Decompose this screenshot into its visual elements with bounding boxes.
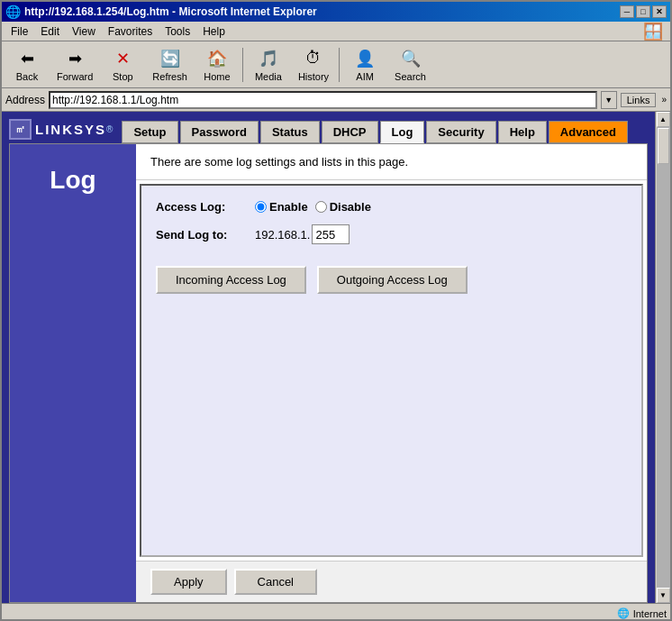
- incoming-log-button[interactable]: Incoming Access Log: [156, 266, 306, 294]
- status-right: 🌐 Internet: [617, 607, 667, 619]
- send-log-label: Send Log to:: [156, 228, 255, 242]
- scroll-track: [657, 127, 670, 588]
- main-area: ㎡ LINKSYS ® Setup Password Status DHCP L…: [2, 112, 670, 603]
- disable-label: Disable: [330, 200, 371, 214]
- refresh-button[interactable]: 🔄 Refresh: [146, 44, 194, 86]
- back-icon: ⬅: [16, 48, 38, 69]
- maximize-button[interactable]: □: [636, 5, 650, 18]
- content-panel: Log There are some log settings and list…: [9, 143, 648, 603]
- form-area: Access Log: Enable Disable: [140, 184, 643, 557]
- close-button[interactable]: ✕: [652, 5, 667, 18]
- refresh-icon: 🔄: [159, 48, 181, 69]
- description-area: There are some log settings and lists in…: [136, 144, 647, 180]
- media-button[interactable]: 🎵 Media: [247, 44, 290, 86]
- title-bar-left: 🌐 http://192.168.1.254/Log.htm - Microso…: [5, 5, 317, 19]
- history-button[interactable]: ⏱ History: [292, 44, 335, 86]
- enable-option[interactable]: Enable: [255, 200, 308, 214]
- menu-favorites[interactable]: Favorites: [103, 23, 158, 40]
- menu-file[interactable]: File: [5, 23, 33, 40]
- tab-setup[interactable]: Setup: [122, 121, 177, 143]
- address-bar: Address ▼ Links »: [2, 88, 670, 112]
- menu-view[interactable]: View: [67, 23, 101, 40]
- access-log-row: Access Log: Enable Disable: [156, 200, 627, 214]
- forward-button[interactable]: ➡ Forward: [50, 44, 99, 86]
- tab-status[interactable]: Status: [260, 121, 320, 143]
- content-area: ㎡ LINKSYS ® Setup Password Status DHCP L…: [2, 112, 655, 603]
- tab-log[interactable]: Log: [380, 121, 425, 143]
- history-icon: ⏱: [303, 48, 324, 69]
- toolbar-separator: [242, 48, 243, 82]
- window-title: http://192.168.1.254/Log.htm - Microsoft…: [24, 5, 317, 18]
- ip-last-octet-input[interactable]: [312, 224, 350, 244]
- apply-button[interactable]: Apply: [150, 569, 227, 595]
- title-bar: 🌐 http://192.168.1.254/Log.htm - Microso…: [2, 2, 670, 22]
- status-bar: 🌐 Internet: [2, 603, 670, 621]
- media-icon: 🎵: [258, 48, 279, 69]
- toolbar-separator-2: [339, 48, 340, 82]
- page-title: Log: [50, 166, 95, 195]
- scrollbar-vertical[interactable]: ▲ ▼: [655, 112, 670, 603]
- links-button[interactable]: Links: [621, 93, 657, 107]
- disable-option[interactable]: Disable: [315, 200, 371, 214]
- tab-password[interactable]: Password: [180, 121, 259, 143]
- address-dropdown[interactable]: ▼: [601, 91, 617, 109]
- menu-bar: File Edit View Favorites Tools Help 🪟: [2, 22, 670, 41]
- forward-icon: ➡: [64, 48, 86, 69]
- links-arrow: »: [661, 95, 667, 105]
- address-input[interactable]: [49, 91, 597, 109]
- logo-area: ㎡ LINKSYS ®: [9, 119, 113, 143]
- title-bar-controls: ─ □ ✕: [620, 5, 667, 18]
- tab-dhcp[interactable]: DHCP: [322, 121, 378, 143]
- ip-group: 192.168.1.: [255, 224, 350, 244]
- stop-icon: ✕: [112, 48, 133, 69]
- stop-button[interactable]: ✕ Stop: [101, 44, 144, 86]
- description-text: There are some log settings and lists in…: [150, 155, 408, 169]
- tab-advanced[interactable]: Advanced: [549, 121, 628, 143]
- aim-button[interactable]: 👤 AIM: [343, 44, 386, 86]
- internet-label: Internet: [633, 608, 667, 619]
- scroll-thumb[interactable]: [658, 128, 669, 164]
- toolbar: ⬅ Back ➡ Forward ✕ Stop 🔄 Refresh 🏠 Home…: [2, 41, 670, 88]
- menu-tools[interactable]: Tools: [159, 23, 195, 40]
- enable-label: Enable: [269, 200, 308, 214]
- tab-help[interactable]: Help: [498, 121, 547, 143]
- internet-icon: 🌐: [617, 607, 630, 619]
- windows-logo: 🪟: [643, 22, 663, 41]
- enable-radio[interactable]: [255, 201, 267, 213]
- scroll-down-button[interactable]: ▼: [657, 588, 670, 603]
- log-buttons-row: Incoming Access Log Outgoing Access Log: [156, 266, 627, 294]
- menu-edit[interactable]: Edit: [35, 23, 65, 40]
- address-label: Address: [5, 94, 45, 106]
- ip-prefix: 192.168.1.: [255, 228, 310, 242]
- scroll-up-button[interactable]: ▲: [657, 112, 670, 127]
- access-log-radio-group: Enable Disable: [255, 200, 371, 214]
- logo-registered: ®: [106, 124, 113, 134]
- ie-icon: 🌐: [5, 5, 21, 19]
- tab-security[interactable]: Security: [426, 121, 495, 143]
- disable-radio[interactable]: [315, 201, 327, 213]
- access-log-label: Access Log:: [156, 200, 255, 214]
- logo-box: ㎡: [9, 119, 32, 140]
- minimize-button[interactable]: ─: [620, 5, 634, 18]
- logo-text: LINKSYS: [35, 122, 106, 137]
- outgoing-log-button[interactable]: Outgoing Access Log: [317, 266, 468, 294]
- search-button[interactable]: 🔍 Search: [388, 44, 432, 86]
- left-sidebar: Log: [10, 144, 136, 602]
- back-button[interactable]: ⬅ Back: [5, 44, 49, 86]
- search-icon: 🔍: [400, 48, 422, 69]
- menu-help[interactable]: Help: [197, 23, 231, 40]
- right-content: There are some log settings and lists in…: [136, 144, 647, 602]
- send-log-row: Send Log to: 192.168.1.: [156, 224, 627, 244]
- aim-icon: 👤: [354, 48, 376, 69]
- cancel-button[interactable]: Cancel: [234, 569, 317, 595]
- action-buttons-row: Apply Cancel: [136, 561, 647, 602]
- home-button[interactable]: 🏠 Home: [195, 44, 239, 86]
- home-icon: 🏠: [206, 48, 228, 69]
- nav-bar: ㎡ LINKSYS ® Setup Password Status DHCP L…: [2, 112, 655, 143]
- router-ui: ㎡ LINKSYS ® Setup Password Status DHCP L…: [2, 112, 655, 603]
